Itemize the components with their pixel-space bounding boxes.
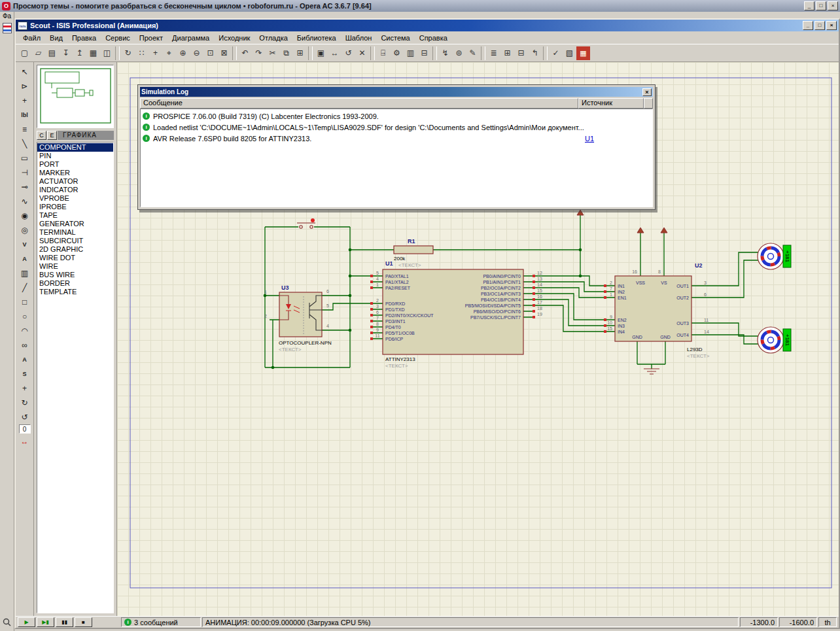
maximize-button[interactable]: □: [816, 1, 826, 10]
object-list-item[interactable]: GENERATOR: [37, 220, 113, 228]
component-u1[interactable]: U1 ATTINY2313 <ТЕКСТ> 5 4 1 2 3 6 7 8 9 …: [375, 260, 542, 369]
origin-icon[interactable]: +: [149, 46, 162, 60]
undo-icon[interactable]: ↶: [238, 46, 252, 60]
save-icon[interactable]: ▤: [45, 46, 59, 60]
export-icon[interactable]: ↥: [73, 46, 86, 60]
zoom-status-icon[interactable]: [3, 618, 11, 628]
menu-item[interactable]: Правка: [67, 33, 101, 43]
2d-box-icon[interactable]: □: [18, 295, 32, 309]
mirror-x-icon[interactable]: ↔: [18, 434, 32, 448]
close-button[interactable]: ×: [828, 1, 838, 10]
object-list-item[interactable]: WIRE DOT: [37, 254, 113, 262]
component-r1[interactable]: R1 200k <ТЕКСТ>: [394, 238, 433, 268]
object-list-item[interactable]: COMPONENT: [37, 143, 113, 152]
object-list-item[interactable]: TEMPLATE: [37, 288, 113, 296]
maximize-button[interactable]: □: [814, 21, 825, 30]
menu-item[interactable]: Файл: [18, 33, 45, 43]
object-list-item[interactable]: INDICATOR: [37, 186, 113, 194]
power-terminal-icon[interactable]: [577, 210, 667, 233]
subcircuit-icon[interactable]: ▭: [18, 151, 32, 165]
design-explorer-icon[interactable]: ≣: [487, 46, 500, 60]
2d-line-icon[interactable]: ╱: [18, 281, 32, 294]
grid-icon[interactable]: ∷: [135, 46, 149, 60]
2d-symbol-icon[interactable]: S: [18, 367, 32, 381]
menu-item[interactable]: Отладка: [254, 33, 292, 43]
object-list-item[interactable]: VPROBE: [37, 194, 113, 203]
object-list-item[interactable]: WIRE: [37, 262, 113, 271]
pause-button[interactable]: ▮▮: [56, 617, 73, 627]
log-row[interactable]: i Loaded netlist 'C:\DOCUME~1\Admin\LOCA…: [141, 122, 652, 133]
close-icon[interactable]: ×: [642, 88, 652, 96]
mark-region-icon[interactable]: ◫: [100, 46, 114, 60]
menu-item[interactable]: Исходник: [214, 33, 254, 43]
new-sheet-icon[interactable]: ⊞: [500, 46, 514, 60]
erc-icon[interactable]: ✓: [549, 46, 563, 60]
pan-icon[interactable]: ⌖: [162, 46, 176, 60]
selection-mode-icon[interactable]: ↖: [18, 65, 32, 78]
decompose-icon[interactable]: ⊟: [417, 46, 431, 60]
voltage-probe-icon[interactable]: V: [18, 237, 32, 251]
2d-path-icon[interactable]: ∞: [18, 338, 32, 352]
selector-button-e[interactable]: E: [47, 131, 57, 140]
ares-icon[interactable]: ▦: [576, 46, 590, 60]
open-folder-icon[interactable]: ▱: [31, 46, 45, 60]
log-column-message[interactable]: Сообщение: [140, 98, 578, 109]
tape-icon[interactable]: ◉: [18, 209, 32, 222]
log-source-link[interactable]: U1: [585, 135, 650, 143]
print-icon[interactable]: ▦: [86, 46, 100, 60]
instruments-icon[interactable]: ▥: [18, 266, 32, 280]
ground-terminal-icon[interactable]: [644, 369, 659, 374]
graph-icon[interactable]: ∿: [18, 194, 32, 208]
push-button[interactable]: [297, 218, 315, 228]
component-u2[interactable]: U2 L293D <ТЕКСТ> 2 7 1 9 10 15 IN1 IN2 E…: [607, 262, 710, 359]
object-list-item[interactable]: BORDER: [37, 279, 113, 288]
object-list-item[interactable]: TAPE: [37, 211, 113, 220]
object-list-item[interactable]: TERMINAL: [37, 228, 113, 237]
step-button[interactable]: ▶▮: [37, 617, 54, 627]
menu-item[interactable]: Диаграмма: [167, 33, 214, 43]
status-message-cell[interactable]: i 3 сообщений: [121, 617, 201, 627]
log-row[interactable]: i AVR Release 7.6SP0 build 8205 for ATTI…: [141, 133, 652, 144]
close-button[interactable]: ×: [826, 21, 837, 30]
new-file-icon[interactable]: ▢: [18, 46, 31, 60]
redo-icon[interactable]: ↷: [252, 46, 266, 60]
motor-2[interactable]: +181: [758, 327, 791, 353]
minimize-button[interactable]: _: [803, 21, 813, 30]
schematic-canvas[interactable]: R1 200k <ТЕКСТ> 1 2 6: [117, 62, 839, 616]
2d-circle-icon[interactable]: ○: [18, 309, 32, 323]
zoom-area-icon[interactable]: ⊡: [203, 46, 217, 60]
bus-icon[interactable]: ╲: [18, 137, 32, 150]
menu-item[interactable]: Проект: [135, 33, 167, 43]
menu-item[interactable]: Вид: [45, 33, 67, 43]
zoom-in-icon[interactable]: ⊕: [176, 46, 190, 60]
stop-button[interactable]: ■: [75, 617, 92, 627]
object-list-item[interactable]: IPROBE: [37, 203, 113, 211]
opera-titlebar[interactable]: O Просмотр темы - помогите разобраться с…: [0, 0, 840, 12]
generator-icon[interactable]: ◎: [18, 223, 32, 237]
opera-document-icon[interactable]: [3, 23, 12, 33]
2d-text-icon[interactable]: A: [18, 352, 32, 366]
copy-icon[interactable]: ⧉: [279, 46, 293, 60]
block-copy-icon[interactable]: ▣: [314, 46, 328, 60]
menu-item[interactable]: Библиотека: [292, 33, 341, 43]
packaging-icon[interactable]: ▥: [404, 46, 417, 60]
2d-marker-icon[interactable]: +: [18, 381, 32, 395]
object-list-item[interactable]: BUS WIRE: [37, 271, 113, 279]
zoom-out-icon[interactable]: ⊖: [190, 46, 203, 60]
log-row[interactable]: i PROSPICE 7.06.00 (Build 7319) (C) Labc…: [141, 111, 652, 122]
wire-label-icon[interactable]: lbl: [18, 108, 32, 122]
menu-item[interactable]: Сервис: [101, 33, 135, 43]
component-u3[interactable]: 1 2 6 5 4 U3 OPTOCOUPLER-NPN <ТЕКСТ>: [264, 284, 332, 352]
terminal-icon[interactable]: ⊣: [18, 165, 32, 179]
rotate-ccw-icon[interactable]: ↺: [18, 410, 32, 424]
junction-dot-icon[interactable]: +: [18, 94, 32, 107]
object-list-item[interactable]: PIN: [37, 152, 113, 160]
property-tool-icon[interactable]: ✎: [466, 46, 480, 60]
angle-display[interactable]: 0: [19, 424, 31, 434]
object-list-item[interactable]: MARKER: [37, 169, 113, 177]
autorouter-icon[interactable]: ↯: [438, 46, 452, 60]
pick-device-icon[interactable]: ⍈: [376, 46, 390, 60]
cut-icon[interactable]: ✂: [266, 46, 279, 60]
minimize-button[interactable]: _: [804, 1, 814, 10]
menu-item[interactable]: Справка: [415, 33, 452, 43]
